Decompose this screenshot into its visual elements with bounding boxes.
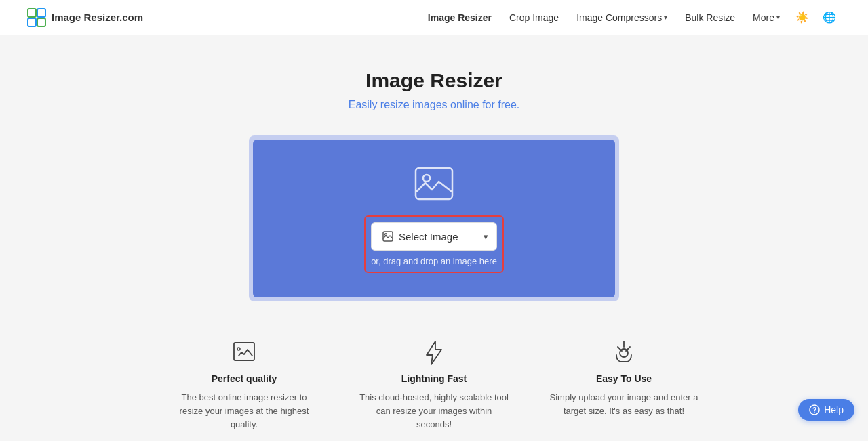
svg-point-7 xyxy=(385,234,387,236)
help-button[interactable]: ? Help xyxy=(798,399,854,421)
svg-point-9 xyxy=(237,348,240,350)
language-button[interactable]: 🌐 xyxy=(818,6,841,29)
logo[interactable]: Image Resizer.com xyxy=(27,8,143,27)
theme-toggle-button[interactable]: ☀️ xyxy=(791,6,814,29)
svg-rect-8 xyxy=(234,343,254,360)
main-content: Image Resizer Easily resize images onlin… xyxy=(0,35,868,441)
svg-rect-2 xyxy=(28,18,36,26)
subtitle-link[interactable]: images online xyxy=(412,99,479,110)
page-title: Image Resizer xyxy=(366,69,502,92)
fast-icon xyxy=(424,339,444,366)
more-chevron-icon: ▾ xyxy=(776,14,780,21)
nav-links: Image Resizer Crop Image Image Compresso… xyxy=(421,6,841,29)
image-placeholder-icon xyxy=(414,167,454,203)
help-icon: ? xyxy=(809,404,820,415)
svg-point-13 xyxy=(620,349,628,357)
quality-icon xyxy=(232,339,256,366)
dropzone-outer: Select Image ▾ or, drag and drop an imag… xyxy=(249,135,619,301)
logo-icon xyxy=(27,8,46,27)
nav-crop-image[interactable]: Crop Image xyxy=(502,8,566,27)
feature-fast-title: Lightning Fast xyxy=(401,373,467,384)
svg-rect-3 xyxy=(37,18,45,26)
feature-fast: Lightning Fast This cloud-hosted, highly… xyxy=(359,339,509,432)
svg-rect-1 xyxy=(37,9,45,17)
svg-text:?: ? xyxy=(812,406,816,414)
feature-easy-title: Easy To Use xyxy=(596,373,652,384)
feature-easy-desc: Simply upload your image and enter a tar… xyxy=(549,391,698,418)
feature-quality-title: Perfect quality xyxy=(212,373,277,384)
select-image-button[interactable]: Select Image ▾ xyxy=(371,222,497,251)
nav-bulk-resize[interactable]: Bulk Resize xyxy=(678,8,742,27)
features-row: Perfect quality The best online image re… xyxy=(129,339,739,432)
easy-icon xyxy=(611,339,637,366)
nav-image-resizer[interactable]: Image Resizer xyxy=(421,8,498,27)
select-chevron-icon[interactable]: ▾ xyxy=(475,225,496,249)
feature-quality-desc: The best online image resizer to resize … xyxy=(170,391,319,432)
svg-point-5 xyxy=(423,175,430,182)
svg-rect-4 xyxy=(416,168,452,199)
nav-image-compressors[interactable]: Image Compressors ▾ xyxy=(570,8,674,27)
navbar: Image Resizer.com Image Resizer Crop Ima… xyxy=(0,0,868,35)
svg-rect-6 xyxy=(383,232,393,241)
feature-easy: Easy To Use Simply upload your image and… xyxy=(549,339,698,432)
feature-quality: Perfect quality The best online image re… xyxy=(170,339,319,432)
select-image-label: Select Image xyxy=(372,224,475,249)
select-image-area: Select Image ▾ or, drag and drop an imag… xyxy=(364,215,504,273)
image-icon xyxy=(382,231,393,242)
drag-drop-text: or, drag and drop an image here xyxy=(371,256,497,266)
compressors-chevron-icon: ▾ xyxy=(664,14,667,21)
page-subtitle: Easily resize images online for free. xyxy=(349,99,520,111)
dropzone[interactable]: Select Image ▾ or, drag and drop an imag… xyxy=(253,140,615,297)
nav-more[interactable]: More ▾ xyxy=(746,8,787,27)
svg-rect-0 xyxy=(28,9,36,17)
logo-text: Image Resizer.com xyxy=(52,12,143,23)
feature-fast-desc: This cloud-hosted, highly scalable tool … xyxy=(359,391,509,432)
